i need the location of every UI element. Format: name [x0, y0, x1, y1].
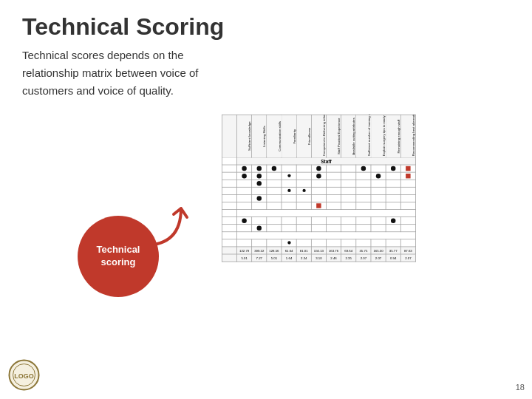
cell	[326, 187, 341, 194]
num-cell: 2.07	[356, 254, 371, 262]
cell	[371, 217, 386, 225]
cell	[252, 217, 267, 225]
desc-line3: customers and voice of quality.	[22, 82, 510, 100]
num-cell: 163.76	[326, 247, 341, 254]
staff-header-cell: Staff	[237, 157, 416, 165]
cell	[311, 239, 326, 247]
row-label	[222, 180, 236, 187]
num-cell: 150.13	[311, 247, 326, 254]
numbers-row-1: 122.79 399.22 128.56 61.64 81.01 150.13 …	[222, 247, 415, 254]
cell	[371, 225, 386, 232]
cell	[400, 187, 415, 194]
cell	[400, 172, 415, 180]
cell	[326, 225, 341, 232]
table-row	[222, 239, 415, 247]
row-label	[222, 210, 236, 217]
col-header-5: Friendliness	[296, 115, 311, 157]
cell	[311, 217, 326, 225]
cell	[356, 225, 371, 232]
cell	[386, 180, 400, 187]
cell	[326, 217, 341, 225]
cell	[252, 172, 267, 180]
table-row	[222, 202, 415, 209]
table-row	[222, 194, 415, 202]
cell	[311, 165, 326, 172]
cell	[311, 225, 326, 232]
cell	[237, 187, 252, 194]
cell	[282, 202, 296, 209]
num-cell: 3.10	[311, 254, 326, 262]
page-number: 18	[516, 383, 525, 392]
cell	[326, 194, 341, 202]
cell	[371, 172, 386, 180]
row-label	[222, 165, 236, 172]
num-cell	[222, 247, 236, 254]
table-row	[222, 210, 415, 217]
cell	[311, 172, 326, 180]
cell	[371, 180, 386, 187]
cell	[341, 202, 356, 209]
cell	[386, 202, 400, 209]
row-label	[222, 194, 236, 202]
cell	[311, 194, 326, 202]
row-label	[222, 202, 236, 209]
col-header-8: Available cutting attributes	[341, 115, 356, 157]
cell	[326, 202, 341, 209]
desc-line2: relationship matrix between voice of	[22, 64, 510, 82]
table-row	[222, 232, 415, 239]
cell	[296, 225, 311, 232]
cell	[400, 202, 415, 209]
cell	[356, 194, 371, 202]
col-header-1: Sufficient knowledge	[237, 115, 252, 157]
cell	[400, 225, 415, 232]
logo: LOGO	[7, 358, 41, 392]
cell	[296, 180, 311, 187]
num-cell: 399.22	[252, 247, 267, 254]
cell	[356, 239, 371, 247]
cell	[282, 194, 296, 202]
cell	[282, 165, 296, 172]
cell	[237, 202, 252, 209]
num-cell: 2.24	[296, 254, 311, 262]
cell	[311, 202, 326, 209]
col-header-3: Communication skills	[267, 115, 282, 157]
table-row	[222, 165, 415, 172]
cell	[356, 217, 371, 225]
slide-title: Technical Scoring	[0, 0, 532, 47]
row-label	[222, 172, 236, 180]
cell	[267, 239, 282, 247]
cell	[282, 225, 296, 232]
cell	[386, 165, 400, 172]
cell	[267, 187, 282, 194]
num-cell: 2.07	[371, 254, 386, 262]
cell	[282, 217, 296, 225]
num-cell: 165.50	[371, 247, 386, 254]
cell	[252, 180, 267, 187]
num-cell: 81.01	[296, 247, 311, 254]
cell	[386, 217, 400, 225]
cell	[311, 180, 326, 187]
cell	[311, 187, 326, 194]
cell	[326, 239, 341, 247]
desc-line1: Technical scores depends on the	[22, 47, 510, 64]
num-cell: 122.79	[237, 247, 252, 254]
num-cell: 5.01	[237, 254, 252, 262]
cell	[237, 165, 252, 172]
cell	[296, 165, 311, 172]
col-header-7: Staff Practical Experience	[326, 115, 341, 157]
num-cell: 0.94	[386, 254, 400, 262]
num-cell: 61.64	[282, 247, 296, 254]
cell	[237, 239, 252, 247]
cell	[252, 187, 267, 194]
cell	[356, 187, 371, 194]
technical-scoring-bubble: Technical scoring	[78, 216, 159, 297]
cell	[400, 217, 415, 225]
num-cell: 35.77	[386, 247, 400, 254]
cell	[356, 165, 371, 172]
matrix-wrapper: Sufficient knowledge Listening Skills Co…	[222, 115, 424, 262]
cell	[296, 217, 311, 225]
cell	[267, 172, 282, 180]
col-header-6: Competent in Delivering information	[311, 115, 326, 157]
cell	[400, 239, 415, 247]
cell	[252, 194, 267, 202]
